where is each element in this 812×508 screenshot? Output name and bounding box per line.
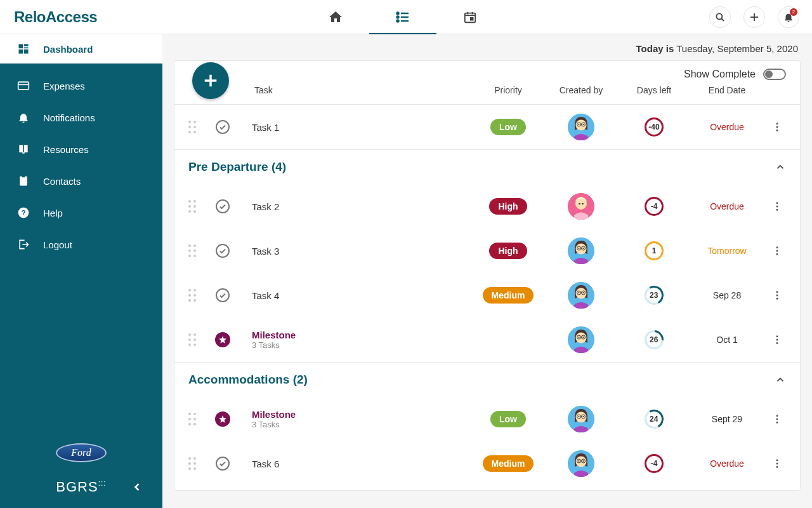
svg-point-90	[583, 416, 584, 417]
section-header[interactable]: Pre Departure (4)	[174, 149, 800, 184]
sidebar-item-notifications[interactable]: Notifications	[0, 102, 162, 133]
priority-pill: High	[489, 243, 527, 259]
svg-point-67	[579, 292, 580, 293]
svg-point-102	[583, 460, 584, 462]
sidebar-item-label: Dashboard	[43, 44, 93, 55]
sidebar: Dashboard Expenses Notifications Resourc…	[0, 34, 162, 508]
top-header: ReloAccess 2	[0, 0, 812, 34]
svg-point-92	[776, 418, 778, 420]
check-circle-icon[interactable]	[215, 288, 230, 303]
clipboard-icon	[16, 174, 30, 188]
tasks-panel: Show Complete Task Priority Created by D…	[174, 60, 801, 491]
sidebar-item-help[interactable]: ? Help	[0, 197, 162, 229]
svg-point-48	[216, 244, 229, 257]
priority-pill: High	[489, 198, 527, 215]
task-subtext: 3 Tasks	[252, 420, 476, 429]
check-circle-icon[interactable]	[215, 119, 230, 135]
svg-rect-17	[24, 48, 29, 49]
section-header[interactable]: Accommodations (2)	[174, 362, 800, 397]
sidebar-item-label: Help	[43, 208, 63, 218]
milestone-star-icon[interactable]	[215, 411, 230, 427]
row-menu-button[interactable]	[768, 334, 786, 345]
drag-handle-icon[interactable]	[188, 333, 204, 346]
tasks-icon[interactable]	[395, 9, 411, 25]
svg-point-40	[216, 200, 229, 213]
home-icon[interactable]	[327, 9, 344, 25]
avatar[interactable]	[568, 326, 594, 353]
top-right-actions: 2	[709, 6, 812, 28]
check-circle-icon[interactable]	[215, 456, 230, 471]
days-left-ring: -4	[645, 197, 664, 216]
sidebar-item-label: Notifications	[43, 112, 95, 123]
priority-pill: Medium	[483, 287, 534, 304]
check-circle-icon[interactable]	[215, 199, 230, 214]
row-menu-button[interactable]	[768, 458, 786, 469]
sidebar-item-resources[interactable]: Resources	[0, 133, 162, 165]
row-menu-button[interactable]	[768, 121, 786, 133]
sidebar-active-item[interactable]: Dashboard	[0, 34, 162, 64]
sidebar-item-label: Contacts	[43, 176, 81, 187]
notifications-button[interactable]: 2	[778, 6, 799, 28]
task-name[interactable]: Task 4	[252, 290, 476, 301]
svg-point-70	[776, 295, 778, 297]
svg-rect-22	[20, 177, 27, 186]
sidebar-item-expenses[interactable]: Expenses	[0, 70, 162, 102]
avatar[interactable]	[568, 282, 594, 309]
row-menu-button[interactable]	[768, 413, 786, 425]
main-content: Today is Tuesday, September 5, 2020 Show…	[162, 34, 812, 508]
help-icon: ?	[16, 206, 30, 220]
task-subtext: 3 Tasks	[252, 340, 476, 350]
task-name[interactable]: Task 3	[252, 246, 476, 257]
drag-handle-icon[interactable]	[188, 200, 204, 213]
table-header: Task Priority Created by Days left End D…	[174, 80, 800, 105]
drag-handle-icon[interactable]	[188, 244, 204, 257]
drag-handle-icon[interactable]	[188, 121, 204, 133]
milestone-star-icon[interactable]	[215, 332, 230, 347]
avatar[interactable]	[568, 193, 594, 220]
priority-pill: Low	[490, 119, 526, 135]
svg-rect-19	[24, 50, 29, 54]
svg-point-78	[579, 337, 580, 338]
avatar[interactable]	[568, 450, 594, 477]
svg-point-4	[397, 16, 399, 18]
svg-point-38	[776, 126, 778, 128]
task-name[interactable]: Milestone3 Tasks	[252, 409, 476, 429]
priority-pill: Low	[490, 411, 526, 427]
svg-rect-43	[579, 203, 580, 204]
svg-point-71	[776, 298, 778, 300]
row-menu-button[interactable]	[768, 245, 786, 257]
avatar[interactable]	[568, 114, 594, 140]
svg-point-55	[579, 248, 580, 249]
svg-point-35	[579, 124, 580, 125]
add-button[interactable]	[743, 6, 765, 28]
row-menu-button[interactable]	[768, 201, 786, 212]
search-button[interactable]	[709, 6, 731, 28]
calendar-icon[interactable]	[462, 9, 478, 25]
show-complete-toggle[interactable]	[763, 69, 786, 80]
task-name[interactable]: Task 2	[252, 201, 476, 212]
drag-handle-icon[interactable]	[188, 457, 204, 470]
svg-point-81	[776, 339, 778, 341]
sidebar-footer: Ford BGRS:::	[0, 434, 162, 508]
sidebar-item-label: Expenses	[43, 81, 85, 91]
check-circle-icon[interactable]	[215, 243, 230, 258]
task-name[interactable]: Task 6	[252, 458, 476, 469]
row-menu-button[interactable]	[768, 290, 786, 301]
section-title: Accommodations (2)	[188, 373, 308, 387]
sidebar-item-contacts[interactable]: Contacts	[0, 165, 162, 197]
drag-handle-icon[interactable]	[188, 289, 204, 302]
ford-logo: Ford	[56, 443, 107, 462]
task-name[interactable]: Task 1	[252, 122, 476, 133]
drag-handle-icon[interactable]	[188, 413, 204, 425]
svg-point-56	[583, 248, 584, 249]
sidebar-item-logout[interactable]: Logout	[0, 229, 162, 260]
task-name[interactable]: Milestone3 Tasks	[252, 330, 476, 350]
svg-point-91	[776, 415, 778, 417]
add-task-fab[interactable]	[192, 62, 229, 99]
svg-point-11	[716, 13, 722, 19]
sidebar-item-label: Resources	[43, 144, 89, 155]
avatar[interactable]	[568, 406, 594, 432]
collapse-sidebar-button[interactable]	[131, 481, 143, 493]
section-title: Pre Departure (4)	[188, 160, 286, 174]
avatar[interactable]	[568, 237, 594, 264]
